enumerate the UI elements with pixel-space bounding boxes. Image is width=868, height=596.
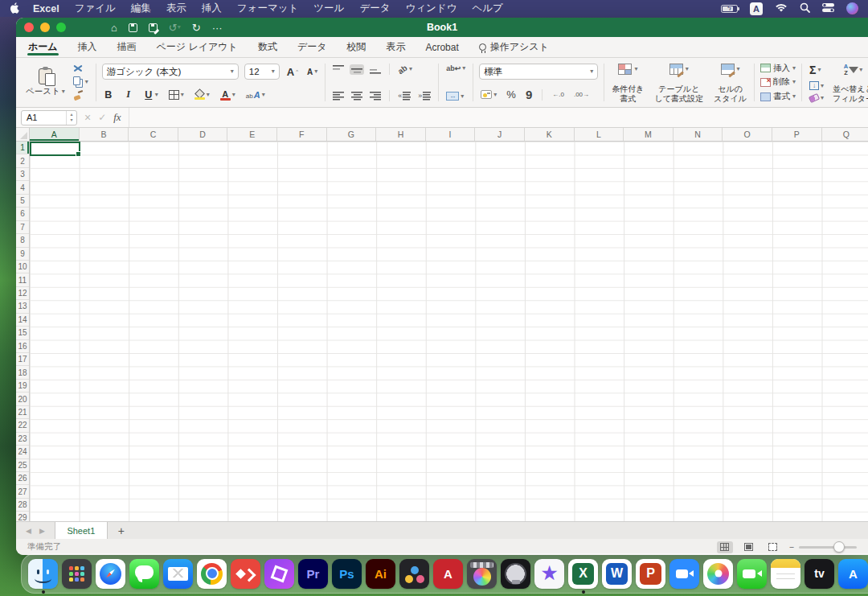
column-header-N[interactable]: N — [674, 128, 723, 141]
name-box-stepper[interactable]: ▴▾ — [66, 111, 76, 125]
decrease-indent-button[interactable]: « — [396, 91, 412, 101]
row-header-5[interactable]: 5 — [16, 195, 29, 208]
input-source-icon[interactable]: A — [750, 2, 763, 15]
fullscreen-button[interactable] — [56, 23, 66, 32]
wrap-text-button[interactable]: ab↩▾ — [444, 64, 467, 73]
save-as-icon[interactable] — [149, 23, 158, 32]
row-header-12[interactable]: 12 — [16, 287, 29, 300]
row-header-6[interactable]: 6 — [16, 208, 29, 220]
siri-icon[interactable] — [846, 2, 858, 14]
column-header-I[interactable]: I — [426, 128, 476, 141]
column-header-F[interactable]: F — [277, 128, 327, 141]
row-header-10[interactable]: 10 — [16, 261, 29, 273]
row-header-15[interactable]: 15 — [16, 327, 29, 339]
decrease-decimal-button[interactable]: .00→ — [572, 90, 591, 99]
menu-フォーマット[interactable]: フォーマット — [237, 2, 298, 15]
dock-premiere-pro[interactable]: Pr — [297, 556, 329, 591]
enter-icon[interactable]: ✓ — [98, 112, 106, 123]
row-header-9[interactable]: 9 — [16, 248, 29, 261]
dock-finder[interactable] — [27, 556, 59, 591]
increase-indent-button[interactable]: » — [416, 91, 432, 101]
tab-操作アシスト[interactable]: 操作アシスト — [478, 37, 550, 57]
formula-input[interactable] — [129, 108, 863, 127]
currency-format-button[interactable]: ▾ — [479, 89, 498, 100]
row-header-3[interactable]: 3 — [16, 168, 29, 181]
row-header-14[interactable]: 14 — [16, 314, 29, 327]
row-header-16[interactable]: 16 — [16, 340, 29, 353]
tab-ページ レイアウト[interactable]: ページ レイアウト — [156, 37, 239, 57]
normal-view-button[interactable] — [717, 541, 733, 553]
wifi-icon[interactable] — [775, 2, 788, 16]
menu-ヘルプ[interactable]: ヘルプ — [472, 2, 502, 15]
sheet-tab[interactable]: Sheet1 — [55, 522, 108, 539]
row-header-11[interactable]: 11 — [16, 273, 29, 286]
tab-データ[interactable]: データ — [297, 37, 328, 57]
underline-button[interactable]: U▾ — [142, 88, 160, 101]
prev-sheet-button[interactable]: ◀ — [26, 527, 31, 535]
column-header-H[interactable]: H — [376, 128, 426, 141]
row-header-21[interactable]: 21 — [16, 406, 29, 419]
phonetic-button[interactable]: abA▾ — [244, 89, 267, 101]
minimize-button[interactable] — [40, 23, 50, 32]
insert-function-icon[interactable]: fx — [113, 111, 121, 124]
close-button[interactable] — [24, 23, 34, 32]
dock-apple-tv[interactable]: tv — [804, 556, 835, 591]
select-all-corner[interactable] — [16, 128, 30, 142]
row-header-26[interactable]: 26 — [16, 472, 29, 485]
sort-filter-button[interactable]: AZ▾ 並べ替えとフィルター — [831, 61, 868, 104]
tab-数式[interactable]: 数式 — [257, 37, 278, 57]
align-middle-button[interactable] — [350, 64, 364, 75]
dock-illustrator[interactable]: Ai — [365, 556, 396, 591]
tab-ホーム[interactable]: ホーム — [27, 37, 59, 57]
dock-affinity-photo[interactable] — [264, 556, 295, 591]
menu-表示[interactable]: 表示 — [166, 2, 186, 15]
format-painter-button[interactable] — [72, 90, 90, 101]
dock-chrome[interactable] — [196, 556, 227, 591]
align-top-button[interactable] — [331, 64, 346, 75]
borders-button[interactable]: ▾ — [167, 89, 186, 101]
page-layout-view-button[interactable] — [741, 541, 757, 553]
row-header-28[interactable]: 28 — [16, 499, 29, 512]
tab-描画[interactable]: 描画 — [117, 37, 137, 57]
tab-校閲[interactable]: 校閲 — [346, 37, 366, 57]
page-break-view-button[interactable] — [765, 541, 781, 553]
comma-format-button[interactable]: 9 — [524, 90, 534, 99]
menu-ツール[interactable]: ツール — [313, 2, 344, 15]
dock-mail[interactable] — [162, 556, 194, 591]
row-header-25[interactable]: 25 — [16, 459, 29, 472]
row-header-2[interactable]: 2 — [16, 154, 29, 167]
dock-word[interactable]: W — [601, 556, 633, 591]
increase-decimal-button[interactable]: ←.0 — [551, 90, 566, 99]
name-box[interactable]: A1 ▴▾ — [21, 110, 77, 125]
row-header-20[interactable]: 20 — [16, 393, 29, 405]
dock-facetime[interactable] — [736, 556, 768, 591]
add-sheet-button[interactable]: + — [108, 522, 135, 539]
dock-acrobat[interactable]: A — [432, 556, 464, 591]
dock-disk-speed-test[interactable] — [500, 556, 531, 591]
column-header-D[interactable]: D — [178, 128, 228, 141]
dock-launchpad[interactable] — [61, 556, 92, 591]
spotlight-icon[interactable] — [800, 2, 810, 16]
row-header-24[interactable]: 24 — [16, 446, 29, 458]
paste-button[interactable]: ペースト▾ — [24, 61, 67, 104]
align-bottom-button[interactable] — [368, 64, 383, 75]
dock-final-cut-pro[interactable] — [466, 556, 497, 591]
column-header-E[interactable]: E — [227, 128, 277, 141]
menu-app-name[interactable]: Excel — [33, 3, 59, 14]
align-right-button[interactable] — [368, 91, 383, 101]
format-as-table-button[interactable]: ▾ テーブルとして書式設定 — [653, 61, 705, 104]
apple-menu-icon[interactable] — [10, 3, 20, 14]
row-header-7[interactable]: 7 — [16, 221, 29, 234]
percent-format-button[interactable]: % — [505, 88, 518, 101]
shrink-font-button[interactable]: A▾ — [305, 67, 319, 77]
dock-app-store[interactable]: A — [837, 556, 868, 591]
dock-safari[interactable] — [95, 556, 126, 591]
row-header-19[interactable]: 19 — [16, 380, 29, 393]
cell-styles-button[interactable]: ▾ セルのスタイル — [712, 61, 748, 104]
undo-icon[interactable]: ↺ ▾ — [169, 23, 181, 33]
dock-photos[interactable] — [702, 556, 734, 591]
menu-ウィンドウ[interactable]: ウィンドウ — [406, 2, 457, 15]
orientation-button[interactable]: ab▾ — [396, 64, 414, 75]
tab-挿入[interactable]: 挿入 — [77, 37, 98, 57]
font-color-button[interactable]: A▾ — [219, 88, 237, 101]
